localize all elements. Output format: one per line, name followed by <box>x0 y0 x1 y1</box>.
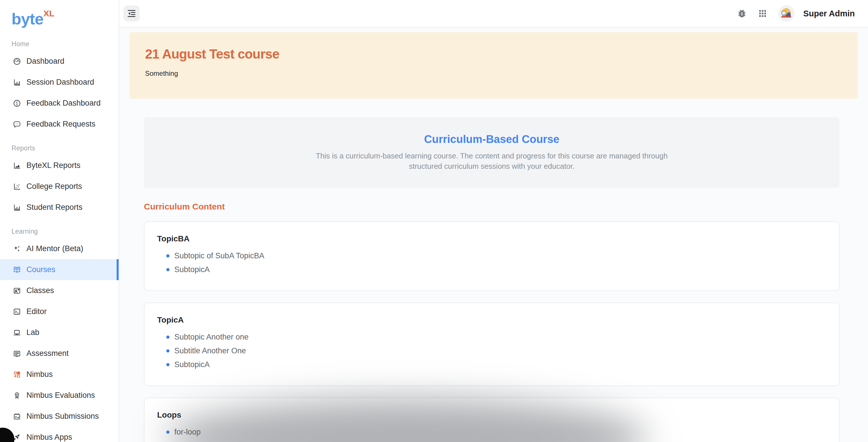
bullet-dot-icon <box>166 431 169 434</box>
sidebar-item-dashboard[interactable]: Dashboard <box>0 51 119 72</box>
subtopic-list: Subtopic Another oneSubtitle Another One… <box>157 332 825 369</box>
collapse-sidebar-button[interactable] <box>124 5 140 22</box>
sidebar-section-label: Home <box>11 40 119 48</box>
content-scroll-area[interactable]: 21 August Test course Something Curricul… <box>119 28 868 442</box>
topic-card: Loopsfor-loop <box>144 398 840 442</box>
subtopic-label: Subtitle Another One <box>174 346 246 355</box>
area-chart-icon <box>13 161 21 170</box>
sidebar-item-nimbus-evaluations[interactable]: Nimbus Evaluations <box>0 385 119 406</box>
topic-card-list: TopicBASubtopic of SubA TopicBASubtopicA… <box>144 221 840 442</box>
course-title: 21 August Test course <box>145 46 858 62</box>
sidebar-item-label: Nimbus Evaluations <box>26 391 95 400</box>
subtopic-item: SubtopicA <box>166 360 825 369</box>
topic-title: Loops <box>157 410 825 420</box>
user-avatar[interactable] <box>778 5 795 22</box>
logo-sup-text: XL <box>43 9 54 18</box>
bytexl-logo[interactable]: byteXL <box>0 0 119 30</box>
course-subtitle: Something <box>145 69 858 77</box>
subtopic-item: SubtopicA <box>166 265 825 274</box>
alert-circle-icon <box>13 99 21 108</box>
topic-card: TopicBASubtopic of SubA TopicBASubtopicA <box>144 221 840 291</box>
calendar-check-icon <box>13 412 21 421</box>
sidebar-item-college-reports[interactable]: College Reports <box>0 176 119 197</box>
subtopic-label: for-loop <box>174 428 201 437</box>
sidebar-item-label: College Reports <box>26 182 82 191</box>
subtopic-label: Subtopic Another one <box>174 333 248 342</box>
sidebar-item-ai-mentor-beta[interactable]: AI Mentor (Beta) <box>0 238 119 259</box>
topbar: Super Admin <box>119 0 868 28</box>
topic-title: TopicBA <box>157 234 825 244</box>
sidebar-item-label: Dashboard <box>26 57 64 66</box>
bullet-dot-icon <box>166 363 169 366</box>
sidebar-item-label: Nimbus Submissions <box>26 412 99 421</box>
terminal-icon <box>13 307 21 316</box>
sidebar-item-label: Classes <box>26 286 54 295</box>
sidebar-item-assessment[interactable]: Assessment <box>0 343 119 364</box>
rocket-icon <box>13 433 21 442</box>
curriculum-content-heading: Curriculum Content <box>144 202 840 211</box>
subtopic-label: Subtopic of SubA TopicBA <box>174 251 264 260</box>
course-hero: 21 August Test course Something <box>129 32 858 99</box>
subtopic-label: SubtopicA <box>174 360 210 369</box>
bullet-dot-icon <box>166 336 169 339</box>
topic-card: TopicASubtopic Another oneSubtitle Anoth… <box>144 303 840 386</box>
sidebar-item-label: Lab <box>26 328 39 337</box>
app-root: byteXL HomeDashboardSession DashboardFee… <box>0 0 868 442</box>
sidebar-item-label: Feedback Requests <box>26 120 95 129</box>
sidebar-item-courses[interactable]: Courses <box>0 259 119 280</box>
sidebar-item-student-reports[interactable]: Student Reports <box>0 197 119 218</box>
main-area: Super Admin 21 August Test course Someth… <box>119 0 868 442</box>
subtopic-item: Subtopic of SubA TopicBA <box>166 251 825 261</box>
sparkles-icon <box>13 244 21 253</box>
apps-grid-icon <box>757 8 768 19</box>
feedback-bubble-icon <box>13 120 21 129</box>
open-book-icon <box>13 266 21 274</box>
laptop-icon <box>13 328 21 337</box>
course-type-description: This is a curriculum-based learning cour… <box>315 151 669 171</box>
sidebar-nav: HomeDashboardSession DashboardFeedback D… <box>0 40 119 442</box>
subtopic-label: SubtopicA <box>174 265 210 274</box>
indent-decrease-icon <box>127 9 136 19</box>
sidebar-item-label: Courses <box>26 265 56 274</box>
class-photo-icon <box>13 286 21 295</box>
assessment-icon <box>13 349 21 358</box>
sidebar-item-nimbus-submissions[interactable]: Nimbus Submissions <box>0 406 119 427</box>
bug-icon <box>737 8 747 19</box>
bullet-dot-icon <box>166 349 169 352</box>
topbar-actions: Super Admin <box>737 5 855 22</box>
sidebar-item-session-dashboard[interactable]: Session Dashboard <box>0 72 119 93</box>
sidebar-item-nimbus-apps[interactable]: Nimbus Apps <box>0 427 119 442</box>
sidebar-item-label: Session Dashboard <box>26 78 94 87</box>
sidebar-item-editor[interactable]: Editor <box>0 301 119 322</box>
subtopic-item: for-loop <box>166 428 825 437</box>
sidebar-item-label: Feedback Dashboard <box>26 99 100 108</box>
bug-report-button[interactable] <box>737 8 747 19</box>
sidebar-item-feedback-dashboard[interactable]: Feedback Dashboard <box>0 93 119 114</box>
bar-chart-icon <box>13 203 21 212</box>
sidebar-item-bytexl-reports[interactable]: ByteXL Reports <box>0 155 119 176</box>
nimbus-grid-icon <box>13 370 21 379</box>
bar-chart-icon <box>13 78 21 87</box>
speedometer-icon <box>13 57 21 66</box>
sidebar-section-label: Learning <box>11 228 119 235</box>
sidebar-item-feedback-requests[interactable]: Feedback Requests <box>0 114 119 135</box>
sidebar-item-label: Editor <box>26 307 47 316</box>
subtopic-item: Subtopic Another one <box>166 332 825 342</box>
sidebar-item-label: Assessment <box>26 349 69 358</box>
bullet-dot-icon <box>166 268 169 271</box>
sidebar: byteXL HomeDashboardSession DashboardFee… <box>0 0 119 442</box>
course-type-title: Curriculum-Based Course <box>144 133 840 145</box>
sidebar-item-nimbus[interactable]: Nimbus <box>0 364 119 385</box>
award-icon <box>13 391 21 400</box>
sidebar-section-label: Reports <box>11 144 119 152</box>
sidebar-item-label: AI Mentor (Beta) <box>26 244 83 253</box>
bullet-dot-icon <box>166 254 169 258</box>
course-type-card: Curriculum-Based Course This is a curric… <box>144 117 840 188</box>
logo-text: byte <box>11 10 43 28</box>
subtopic-list: Subtopic of SubA TopicBASubtopicA <box>157 251 825 274</box>
sidebar-item-classes[interactable]: Classes <box>0 280 119 301</box>
apps-grid-button[interactable] <box>757 8 768 19</box>
sidebar-item-label: ByteXL Reports <box>26 161 81 170</box>
sidebar-item-lab[interactable]: Lab <box>0 322 119 343</box>
user-name[interactable]: Super Admin <box>803 9 855 19</box>
